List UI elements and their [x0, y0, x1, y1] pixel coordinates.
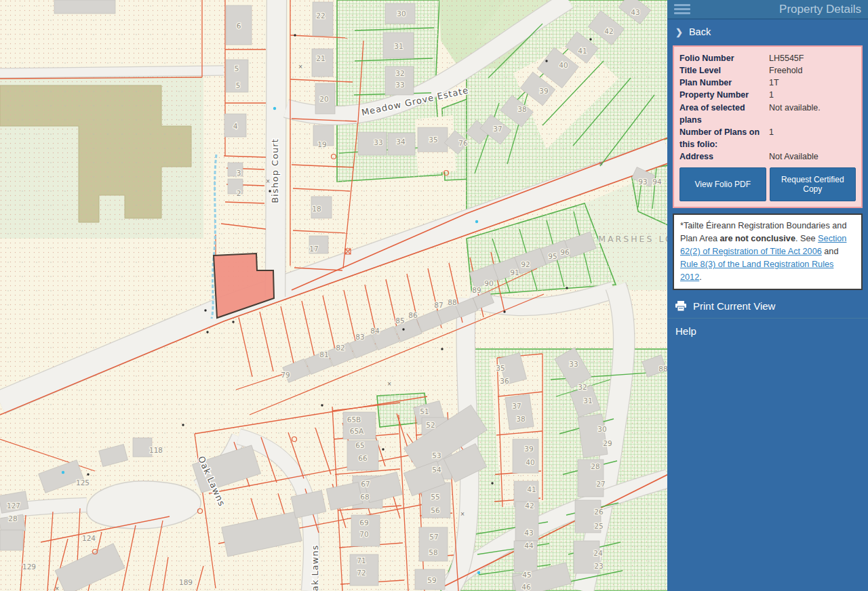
plot-number-label: 25	[594, 522, 603, 530]
plot-number-label: 118	[149, 446, 163, 454]
back-button[interactable]: ❯ Back	[667, 20, 868, 44]
plot-number-label: 127	[7, 502, 20, 510]
survey-dot	[87, 473, 89, 475]
survey-dot	[566, 287, 568, 289]
plot-number-label: 38	[516, 415, 525, 423]
plot-number-label: 31	[394, 42, 403, 50]
plot-number-label: 32	[395, 69, 404, 77]
plot-number-label: 70	[359, 530, 368, 538]
plot-number-label: 21	[316, 54, 325, 62]
plot-number-label: 32	[578, 383, 587, 391]
plot-number-label: 3	[237, 169, 241, 177]
plot-number-label: 24	[593, 549, 603, 557]
plot-number-label: 36	[500, 377, 509, 385]
water-marker	[475, 220, 478, 223]
plot-number-label: 85	[395, 317, 404, 325]
plot-number-label: 43	[524, 529, 533, 537]
folio-row-label: Number of Plans on this folio:	[679, 126, 769, 150]
folio-row: Folio NumberLH5545F	[679, 52, 856, 64]
building-footprint	[0, 530, 23, 550]
hamburger-menu-icon[interactable]	[674, 4, 690, 14]
plot-number-label: 19	[317, 140, 326, 148]
plot-number-label: 86	[408, 311, 418, 319]
back-label: Back	[689, 26, 711, 37]
plot-number-label: 66	[358, 454, 368, 462]
survey-dot	[206, 331, 208, 333]
plot-number-label: 5	[236, 81, 241, 89]
folio-row-value: LH5545F	[769, 52, 804, 64]
boundaries-disclaimer: *Tailte Éireann Registration Boundaries …	[673, 213, 863, 290]
plot-number-label: 18	[312, 205, 321, 213]
water-marker	[477, 571, 480, 574]
plot-number-label: 27	[596, 480, 605, 488]
plot-number-label: 65B	[347, 415, 361, 424]
plot-number-label: 39	[539, 87, 548, 95]
building-footprint	[312, 49, 333, 77]
plot-number-label: 35	[496, 364, 505, 372]
rule-8-link[interactable]: Rule 8(3) of the Land Registration Rules…	[680, 260, 833, 282]
survey-dot	[204, 309, 206, 311]
plot-number-label: 28	[8, 514, 17, 523]
plot-number-label: 51	[420, 407, 429, 415]
folio-row-value: Not Available	[769, 150, 818, 163]
plot-number-label: 17	[309, 245, 318, 253]
view-folio-pdf-button[interactable]: View Folio PDF	[679, 167, 766, 201]
chevron-right-icon: ❯	[675, 27, 683, 37]
survey-dot	[382, 448, 384, 450]
plot-number-label: 35	[429, 136, 437, 144]
disclaimer-text: .	[699, 272, 702, 282]
cross-marker: ×	[55, 586, 60, 591]
plot-number-label: 189	[179, 578, 193, 586]
plot-number-label: 22	[316, 12, 325, 20]
plot-number-label: 79	[281, 371, 290, 379]
print-label: Print Current View	[693, 300, 775, 312]
street-label: ak Lawns	[310, 545, 320, 591]
plot-number-label: 31	[583, 396, 592, 405]
plot-number-label: 93	[638, 178, 647, 186]
plot-number-label: 124	[82, 534, 96, 542]
folio-row-label: Area of selected plans	[679, 102, 769, 126]
request-certified-copy-button[interactable]: Request Certified Copy	[770, 167, 856, 201]
plot-number-label: 72	[357, 569, 366, 577]
plot-number-label: 30	[597, 425, 606, 433]
plot-number-label: 95	[548, 252, 557, 260]
plot-number-label: 45	[522, 571, 531, 579]
cross-marker: ×	[298, 64, 303, 70]
map-canvas[interactable]: ××××××6554322221201918173031323333343576…	[0, 0, 667, 591]
folio-row: Plan Number1T	[679, 77, 856, 89]
folio-row-label: Plan Number	[679, 77, 769, 89]
plot-number-label: 89	[472, 286, 481, 294]
plot-number-label: 65A	[350, 427, 364, 435]
folio-row-value: 1T	[769, 77, 779, 89]
disclaimer-text: and	[822, 247, 839, 256]
disclaimer-text: . See	[795, 234, 818, 243]
townland-label: MARSHES LO	[598, 234, 667, 244]
folio-row: Area of selected plansNot available.	[679, 102, 856, 126]
property-details-app: ××××××6554322221201918173031323333343576…	[0, 0, 868, 591]
printer-icon	[675, 301, 686, 311]
plot-number-label: 39	[524, 445, 533, 453]
plot-number-label: 54	[432, 466, 441, 474]
plot-number-label: 56	[431, 506, 440, 514]
plot-number-label: 40	[526, 458, 534, 466]
survey-dot	[545, 60, 547, 62]
folio-row: Property Number1	[679, 89, 856, 101]
help-button[interactable]: Help	[667, 319, 868, 344]
plot-number-label: 94	[652, 178, 662, 186]
cross-marker: ×	[599, 161, 604, 167]
survey-dot	[402, 328, 404, 330]
map-viewport[interactable]: ××××××6554322221201918173031323333343576…	[0, 0, 667, 591]
plot-number-label: 55	[431, 493, 439, 501]
plot-number-label: 90	[484, 279, 493, 287]
page-title: Property Details	[779, 3, 861, 16]
print-current-view-button[interactable]: Print Current View	[667, 293, 868, 318]
plot-number-label: 38	[517, 105, 526, 113]
survey-dot	[491, 482, 493, 484]
folio-row-label: Address	[679, 150, 769, 163]
plot-number-label: 52	[426, 421, 435, 429]
folio-row: Number of Plans on this folio:1	[679, 126, 856, 150]
plot-number-label: 96	[560, 248, 570, 256]
plot-number-label: 37	[493, 125, 502, 133]
folio-row-label: Folio Number	[679, 52, 769, 64]
folio-row-label: Property Number	[679, 89, 769, 101]
